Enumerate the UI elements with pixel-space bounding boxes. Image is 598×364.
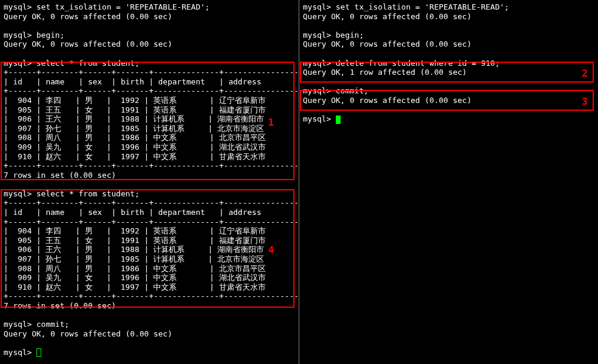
cmd-line: mysql> begin; (4, 31, 295, 40)
result-line: Query OK, 0 rows affected (0.00 sec) (303, 12, 594, 22)
result-line: Query OK, 0 rows affected (0.00 sec) (4, 329, 295, 339)
cmd-line: mysql> set tx_isolation = 'REPEATABLE-RE… (303, 2, 594, 12)
prompt-line[interactable]: mysql> (303, 114, 594, 124)
highlight-box-3 (300, 90, 594, 111)
left-terminal[interactable]: mysql> set tx_isolation = 'REPEATABLE-RE… (0, 0, 299, 364)
cmd-line: mysql> commit; (4, 320, 295, 329)
cursor-icon (336, 116, 341, 124)
result-line: Query OK, 0 rows affected (0.00 sec) (4, 12, 295, 22)
result-line: Query OK, 0 rows affected (0.00 sec) (303, 40, 594, 49)
cmd-line: mysql> begin; (303, 31, 594, 40)
highlight-label: 4 (268, 244, 274, 256)
highlight-label: 1 (268, 117, 274, 128)
highlight-label: 2 (582, 68, 588, 79)
highlight-box-4 (1, 189, 295, 308)
result-line: Query OK, 0 rows affected (0.00 sec) (4, 40, 295, 49)
highlight-box-2 (300, 62, 594, 83)
highlight-box-1 (1, 62, 295, 180)
right-terminal[interactable]: mysql> set tx_isolation = 'REPEATABLE-RE… (299, 0, 598, 364)
cursor-icon (37, 348, 41, 357)
highlight-label: 3 (582, 96, 588, 107)
cmd-line: mysql> set tx_isolation = 'REPEATABLE-RE… (4, 2, 295, 12)
prompt-line[interactable]: mysql> (4, 348, 295, 357)
